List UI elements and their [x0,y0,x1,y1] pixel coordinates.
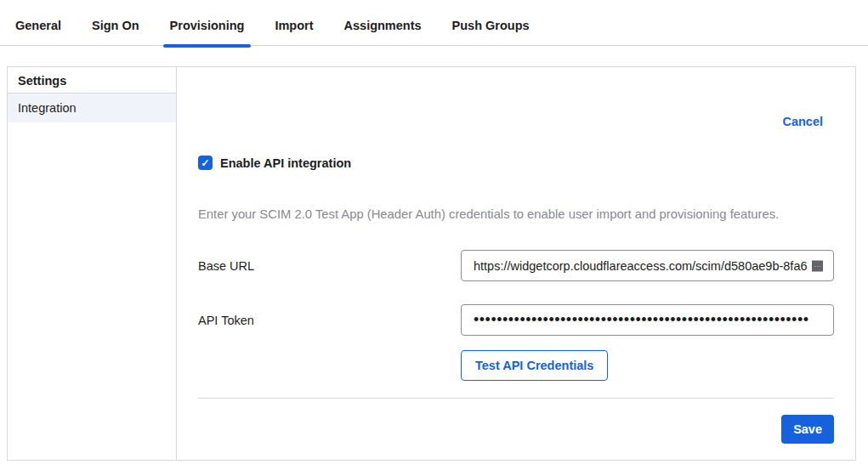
base-url-input[interactable] [461,250,834,281]
tab-assignments[interactable]: Assignments [344,0,422,45]
tab-provisioning[interactable]: Provisioning [170,0,245,45]
api-token-input-wrap [461,304,834,336]
test-api-credentials-button[interactable]: Test API Credentials [461,350,608,381]
form-divider [198,398,834,399]
save-row: Save [198,415,834,444]
api-token-label: API Token [198,314,461,327]
save-button[interactable]: Save [781,415,834,444]
base-url-row: Base URL ⋯ [198,250,834,281]
integration-form: Cancel ✓ Enable API integration Enter yo… [177,67,855,460]
tab-push-groups[interactable]: Push Groups [452,0,530,45]
tab-import[interactable]: Import [275,0,313,45]
provisioning-panel: Settings Integration Cancel ✓ Enable API… [7,66,856,461]
tab-sign-on[interactable]: Sign On [92,0,139,45]
test-btn-row: Test API Credentials [461,350,834,381]
app-tabbar: General Sign On Provisioning Import Assi… [0,0,868,46]
sidebar-header: Settings [8,67,176,93]
settings-sidebar: Settings Integration [8,67,177,460]
tab-general[interactable]: General [15,0,61,45]
enable-api-row: ✓ Enable API integration [198,156,834,170]
base-url-input-wrap: ⋯ [461,250,834,281]
sidebar-item-integration[interactable]: Integration [8,93,176,122]
checkmark-icon: ✓ [201,157,209,169]
enable-api-checkbox[interactable]: ✓ [198,156,213,170]
cancel-row: Cancel [198,114,834,129]
enable-api-label: Enable API integration [220,156,351,170]
api-token-input[interactable] [461,304,834,336]
api-token-row: API Token [198,304,834,336]
base-url-label: Base URL [198,259,461,273]
credentials-description: Enter your SCIM 2.0 Test App (Header Aut… [198,208,834,221]
cancel-link[interactable]: Cancel [782,115,823,128]
